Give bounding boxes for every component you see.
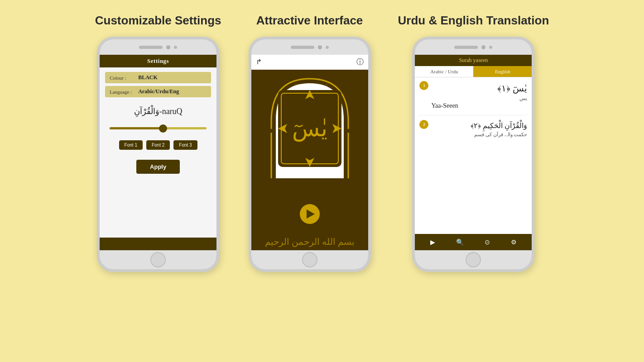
- phone-dot: [174, 46, 177, 49]
- arabic-calligraphy: يٰسٓ: [292, 115, 327, 142]
- play-triangle-icon: [307, 210, 315, 219]
- attractive-main: ﷽ يٰسٓ: [251, 70, 368, 232]
- language-row: Language : Arabic/Urdu/Eng: [105, 86, 211, 97]
- phone-dot-2: [326, 46, 329, 49]
- translation-phone-screen: Surah yaseen Arabic / Urdu English 1 يٰس…: [415, 55, 532, 250]
- search-icon-bottom[interactable]: 🔍: [456, 238, 464, 246]
- settings-bottom-bar: [100, 238, 216, 250]
- font2-button[interactable]: Font 2: [146, 140, 170, 150]
- phone-translation: Surah yaseen Arabic / Urdu English 1 يٰس…: [412, 37, 534, 272]
- slider-thumb[interactable]: [159, 124, 167, 133]
- phone-speaker-2: [291, 46, 314, 49]
- phone-camera-3: [481, 45, 485, 49]
- colour-value: BLACK: [138, 74, 158, 81]
- section-attractive: Attractive Interface ↱ ⓘ: [249, 14, 371, 272]
- verse-1-content: يٰسٓ ﴿١﴾ يس Yaa-Seeen: [431, 81, 527, 110]
- phone-top-bar-translation: [415, 39, 532, 55]
- font1-button[interactable]: Font 1: [119, 140, 143, 150]
- phone-speaker-3: [454, 46, 478, 49]
- verse-2-content: وَالْقُرْآنِ الْحَكِيمِ ﴿٢﴾ حکمت والے قر…: [431, 120, 527, 138]
- language-tabs: Arabic / Urdu English: [415, 66, 532, 77]
- play-icon-bottom[interactable]: ▶: [430, 238, 435, 246]
- font3-button[interactable]: Font 3: [173, 140, 197, 150]
- verses-body: 1 يٰسٓ ﴿١﴾ يس Yaa-Seeen 2: [415, 77, 532, 234]
- translation-screen: Surah yaseen Arabic / Urdu English 1 يٰس…: [415, 55, 532, 250]
- circle-icon-bottom[interactable]: ⊙: [485, 238, 490, 246]
- phone-dot-3: [489, 46, 492, 49]
- section-translation: Urdu & English Translation Surah yaseen …: [398, 14, 549, 272]
- verse-2-num: 2: [419, 120, 428, 129]
- verse-2-arabic: وَالْقُرْآنِ الْحَكِيمِ ﴿٢﴾: [431, 121, 527, 131]
- apply-button[interactable]: Apply: [136, 160, 180, 174]
- verse-2-container: 2 وَالْقُرْآنِ الْحَكِيمِ ﴿٢﴾ حکمت والے …: [419, 120, 527, 138]
- verse-1-english: Yaa-Seeen: [431, 102, 527, 110]
- font-size-slider[interactable]: [105, 125, 211, 131]
- home-button-settings[interactable]: [150, 252, 166, 267]
- settings-phone-screen: Settings Colour : BLACK Language : Arabi…: [100, 55, 216, 250]
- slider-fill: [110, 127, 163, 129]
- info-icon[interactable]: ⓘ: [356, 57, 364, 67]
- verse-1-num: 1: [419, 81, 428, 90]
- verse-1-urdu: يس: [431, 95, 527, 101]
- phone-attractive: ↱ ⓘ ﷽ يٰسٓ: [249, 37, 371, 272]
- phone-top-bar-settings: [100, 39, 216, 55]
- bottom-decor: بسم الله الرحمن الرحيم: [251, 232, 368, 250]
- slider-track: [110, 127, 207, 129]
- translation-bottom-bar: ▶ 🔍 ⊙ ⚙: [415, 234, 532, 250]
- tab-english[interactable]: English: [473, 66, 532, 77]
- svg-text:بسم الله الرحمن الرحيم: بسم الله الرحمن الرحيم: [265, 237, 355, 247]
- play-button[interactable]: [300, 204, 320, 224]
- share-icon[interactable]: ↱: [256, 57, 262, 67]
- phone-top-bar-attractive: [251, 39, 368, 55]
- verse-1-container: 1 يٰسٓ ﴿١﴾ يس Yaa-Seeen: [419, 81, 527, 110]
- tab-arabic-urdu[interactable]: Arabic / Urdu: [415, 66, 473, 77]
- attractive-phone-screen: ↱ ⓘ ﷽ يٰسٓ: [251, 55, 368, 250]
- surah-name-header: Surah yaseen: [415, 55, 532, 66]
- settings-body: Colour : BLACK Language : Arabic/Urdu/En…: [100, 67, 216, 238]
- phone-bottom-bar-attractive: [251, 250, 368, 269]
- phone-settings: Settings Colour : BLACK Language : Arabi…: [97, 37, 219, 272]
- section-settings: Customizable Settings Settings Colour : …: [95, 14, 221, 272]
- attractive-top-icons: ↱ ⓘ: [251, 55, 368, 70]
- verse-divider-1: [419, 115, 527, 115]
- font-buttons-group: Font 1 Font 2 Font 3: [105, 140, 211, 150]
- settings-screen: Settings Colour : BLACK Language : Arabi…: [100, 55, 216, 250]
- home-button-translation[interactable]: [466, 252, 481, 267]
- page-layout: Customizable Settings Settings Colour : …: [0, 14, 644, 272]
- phone-camera: [166, 45, 170, 49]
- verse-1-arabic: يٰسٓ ﴿١﴾: [431, 82, 527, 95]
- colour-label: Colour :: [110, 75, 135, 81]
- colour-row: Colour : BLACK: [105, 72, 211, 83]
- language-label: Language :: [110, 89, 135, 95]
- section-title-attractive: Attractive Interface: [256, 14, 363, 28]
- section-title-translation: Urdu & English Translation: [398, 14, 549, 28]
- language-value: Arabic/Urdu/Eng: [138, 88, 179, 95]
- phone-speaker: [139, 46, 163, 49]
- phone-camera-2: [318, 45, 322, 49]
- attractive-screen: ↱ ⓘ ﷽ يٰسٓ: [251, 55, 368, 250]
- phone-bottom-bar-translation: [415, 250, 532, 269]
- phone-bottom-bar-settings: [100, 250, 216, 269]
- calligraphy-container: يٰسٓ: [274, 83, 346, 174]
- preview-text: Quran-وَالْقُرْآنِ: [105, 106, 211, 116]
- settings-header: Settings: [100, 55, 216, 67]
- verse-2-urdu: حکمت والے قرآن کی قسم: [431, 132, 527, 138]
- home-button-attractive[interactable]: [302, 252, 317, 267]
- section-title-settings: Customizable Settings: [95, 14, 221, 28]
- settings-icon-bottom[interactable]: ⚙: [511, 238, 517, 246]
